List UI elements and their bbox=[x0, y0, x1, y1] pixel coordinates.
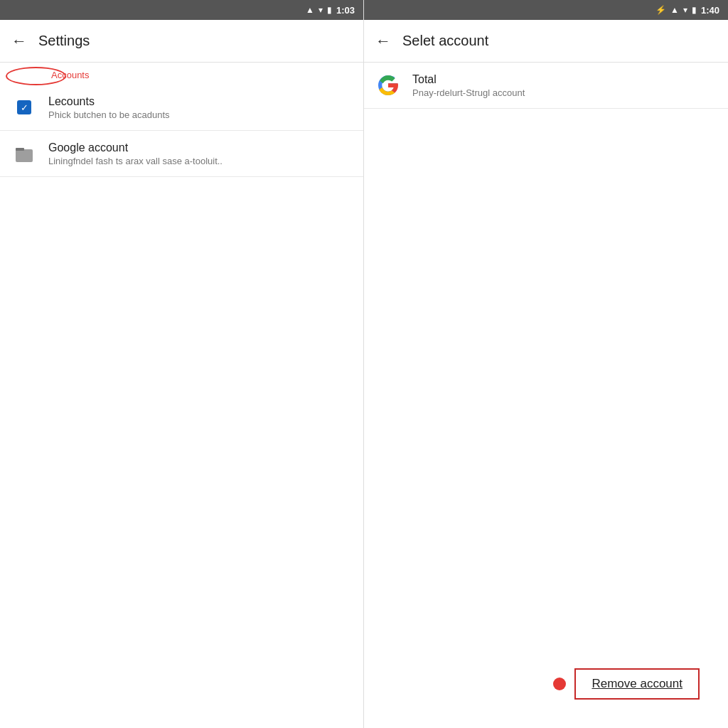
checkbox-checked-icon bbox=[17, 100, 31, 114]
left-app-bar: ← Settings bbox=[0, 20, 363, 63]
left-status-bar: ▲ ▾ ▮ 1:03 bbox=[0, 0, 363, 20]
svg-rect-0 bbox=[16, 149, 33, 162]
leccounts-item[interactable]: Lecounts Phick butchen to be acadunts bbox=[0, 85, 363, 131]
total-account-item[interactable]: Total Pnay-rdelurt-Strugl account bbox=[364, 63, 728, 109]
left-signal-icon: ▲ bbox=[306, 5, 314, 15]
remove-account-button[interactable]: Remove account bbox=[574, 668, 700, 700]
remove-account-label: Remove account bbox=[592, 677, 682, 690]
total-account-subtitle: Pnay-rdelurt-Strugl account bbox=[412, 87, 717, 98]
svg-rect-1 bbox=[16, 148, 24, 151]
right-signal-icon: ▲ bbox=[670, 5, 679, 15]
right-page-title: Selet account bbox=[402, 33, 488, 49]
google-account-icon bbox=[11, 141, 37, 166]
google-account-subtitle: Liningfndel fash ts arax vall sase a-too… bbox=[48, 156, 352, 166]
right-bluetooth-icon: ⚡ bbox=[655, 5, 666, 15]
google-account-title: Google account bbox=[48, 141, 352, 154]
accounts-section-label: Accounts bbox=[0, 63, 363, 85]
google-logo-icon bbox=[375, 73, 401, 98]
google-account-content: Google account Liningfndel fash ts arax … bbox=[48, 141, 352, 166]
red-dot-icon bbox=[553, 678, 566, 690]
leccounts-content: Lecounts Phick butchen to be acadunts bbox=[48, 95, 352, 120]
google-account-item[interactable]: Google account Liningfndel fash ts arax … bbox=[0, 131, 363, 177]
right-panel: ⚡ ▲ ▾ ▮ 1:40 ← Selet account Total Pnay-… bbox=[364, 0, 728, 728]
left-page-title: Settings bbox=[38, 33, 90, 49]
total-account-name: Total bbox=[412, 73, 717, 86]
right-app-bar: ← Selet account bbox=[364, 20, 728, 63]
right-back-button[interactable]: ← bbox=[375, 32, 391, 50]
remove-account-area: Remove account bbox=[553, 668, 700, 700]
right-wifi-icon: ▾ bbox=[683, 5, 687, 15]
folder-icon bbox=[14, 144, 34, 164]
left-back-button[interactable]: ← bbox=[11, 32, 27, 50]
right-status-bar: ⚡ ▲ ▾ ▮ 1:40 bbox=[364, 0, 728, 20]
left-time: 1:03 bbox=[336, 5, 355, 16]
google-g-svg bbox=[377, 74, 400, 97]
leccounts-title: Lecounts bbox=[48, 95, 352, 108]
left-panel: ▲ ▾ ▮ 1:03 ← Settings Accounts Lecounts … bbox=[0, 0, 364, 728]
left-battery-icon: ▮ bbox=[327, 5, 332, 15]
total-account-content: Total Pnay-rdelurt-Strugl account bbox=[412, 73, 717, 98]
left-wifi-icon: ▾ bbox=[318, 5, 323, 15]
right-time: 1:40 bbox=[701, 5, 719, 16]
leccounts-subtitle: Phick butchen to be acadunts bbox=[48, 109, 352, 120]
leccounts-checkbox[interactable] bbox=[11, 95, 37, 120]
right-battery-icon: ▮ bbox=[692, 5, 697, 15]
